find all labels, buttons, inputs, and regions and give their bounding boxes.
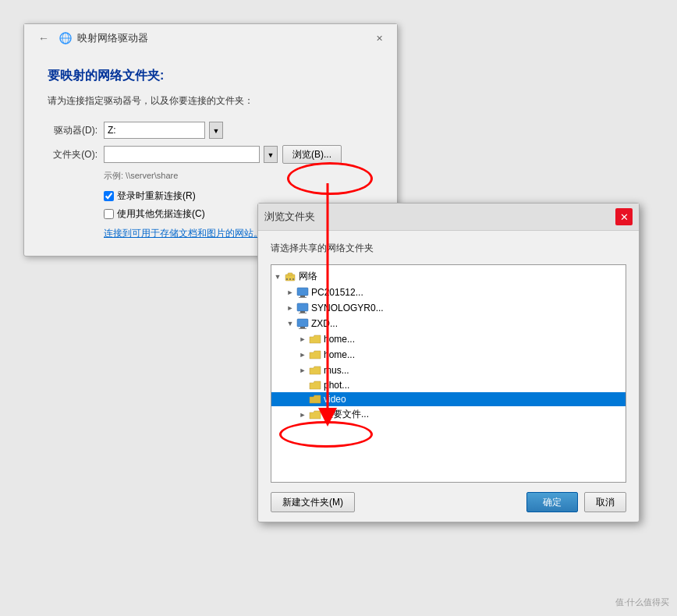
map-drive-close-button[interactable]: ✕: [371, 32, 388, 45]
browse-footer: 新建文件夹(M) 确定 取消: [271, 492, 626, 512]
svg-rect-10: [300, 296, 305, 297]
map-drive-subtitle: 请为连接指定驱动器号，以及你要连接的文件夹：: [48, 94, 374, 108]
important-toggle[interactable]: ►: [296, 409, 309, 421]
reconnect-checkbox[interactable]: [104, 191, 114, 201]
svg-rect-5: [288, 273, 292, 275]
zxd-toggle[interactable]: ▼: [284, 317, 296, 330]
home2-toggle[interactable]: ►: [296, 349, 309, 361]
zxd-label: ZXD...: [311, 318, 338, 329]
pc2015-toggle[interactable]: ►: [284, 286, 296, 299]
browse-titlebar: 浏览文件夹 ✕: [258, 204, 639, 231]
tree-item-pc2015[interactable]: ► PC201512...: [271, 285, 626, 300]
browse-button[interactable]: 浏览(B)...: [282, 145, 342, 164]
browse-title: 浏览文件夹: [264, 210, 315, 224]
music-toggle[interactable]: ►: [296, 364, 309, 377]
ok-button[interactable]: 确定: [526, 492, 578, 512]
svg-point-8: [292, 278, 294, 280]
svg-rect-13: [300, 311, 305, 313]
drive-select-arrow[interactable]: ▼: [209, 122, 223, 139]
drive-select[interactable]: Z:: [104, 122, 205, 139]
pc2015-label: PC201512...: [311, 287, 363, 298]
map-drive-title: 映射网络驱动器: [77, 31, 148, 45]
folder-label: 文件夹(O):: [48, 148, 104, 161]
back-button[interactable]: ←: [34, 30, 54, 46]
map-drive-heading: 要映射的网络文件夹:: [48, 68, 374, 84]
computer-icon-pc2015: [296, 287, 309, 298]
music-label: mus...: [324, 365, 349, 376]
synology-toggle[interactable]: ►: [284, 302, 296, 314]
map-drive-titlebar: ← 映射网络驱动器 ✕: [24, 24, 397, 52]
browse-body: 请选择共享的网络文件夹 ▼ 网络 ►: [258, 231, 639, 522]
browse-folder-dialog: 浏览文件夹 ✕ 请选择共享的网络文件夹 ▼ 网络: [257, 203, 640, 522]
credentials-checkbox[interactable]: [104, 209, 114, 219]
browse-close-button[interactable]: ✕: [615, 208, 633, 225]
folder-input[interactable]: [104, 146, 260, 163]
svg-rect-12: [297, 303, 308, 311]
svg-point-6: [286, 278, 288, 280]
tree-item-photo[interactable]: phot...: [271, 378, 626, 392]
svg-point-7: [289, 278, 291, 280]
folder-icon-home2: [309, 349, 321, 360]
home2-label: home...: [324, 349, 355, 360]
folder-tree[interactable]: ▼ 网络 ►: [271, 264, 626, 483]
browse-instruction: 请选择共享的网络文件夹: [271, 242, 626, 255]
cancel-button[interactable]: 取消: [584, 492, 626, 512]
svg-rect-16: [300, 327, 305, 328]
computer-icon-synology: [296, 303, 309, 313]
network-label: 网络: [299, 270, 317, 283]
folder-input-arrow[interactable]: ▼: [264, 146, 278, 163]
tree-item-important[interactable]: ► 重要文件...: [271, 406, 626, 423]
computer-icon-zxd: [296, 318, 309, 329]
folder-icon-home1: [309, 334, 321, 345]
folder-icon-video: [309, 394, 321, 405]
watermark: 值·什么值得买: [615, 597, 669, 608]
tree-item-synology[interactable]: ► SYNOLOGYR0...: [271, 300, 626, 316]
folder-row: 文件夹(O): ▼ 浏览(B)...: [48, 145, 374, 164]
tree-item-video[interactable]: video: [271, 392, 626, 406]
drive-row: 驱动器(D): Z: ▼: [48, 122, 374, 139]
svg-rect-9: [297, 288, 308, 296]
home1-toggle[interactable]: ►: [296, 333, 309, 345]
svg-rect-17: [299, 328, 307, 329]
tree-item-home1[interactable]: ► home...: [271, 331, 626, 347]
folder-icon-important: [309, 409, 321, 420]
tree-item-music[interactable]: ► mus...: [271, 363, 626, 378]
folder-icon-photo: [309, 380, 321, 391]
home1-label: home...: [324, 334, 355, 345]
tree-item-home2[interactable]: ► home...: [271, 347, 626, 363]
drive-label: 驱动器(D):: [48, 124, 104, 137]
svg-rect-11: [299, 297, 307, 298]
network-icon: [284, 271, 296, 282]
svg-rect-14: [299, 313, 307, 313]
folder-icon-music: [309, 365, 321, 376]
new-folder-button[interactable]: 新建文件夹(M): [271, 492, 355, 512]
synology-label: SYNOLOGYR0...: [311, 303, 384, 313]
example-text: 示例: \\server\share: [104, 170, 374, 182]
photo-label: phot...: [324, 380, 349, 391]
important-label: 重要文件...: [324, 408, 369, 421]
tree-network-root[interactable]: ▼ 网络: [271, 268, 626, 285]
reconnect-row: 登录时重新连接(R): [104, 189, 374, 203]
video-label: video: [324, 394, 346, 405]
credentials-label: 使用其他凭据连接(C): [117, 207, 205, 221]
globe-icon: [58, 31, 73, 45]
tree-item-zxd[interactable]: ▼ ZXD...: [271, 316, 626, 331]
network-toggle[interactable]: ▼: [271, 271, 284, 283]
svg-rect-15: [297, 319, 308, 327]
reconnect-label: 登录时重新连接(R): [117, 189, 196, 203]
